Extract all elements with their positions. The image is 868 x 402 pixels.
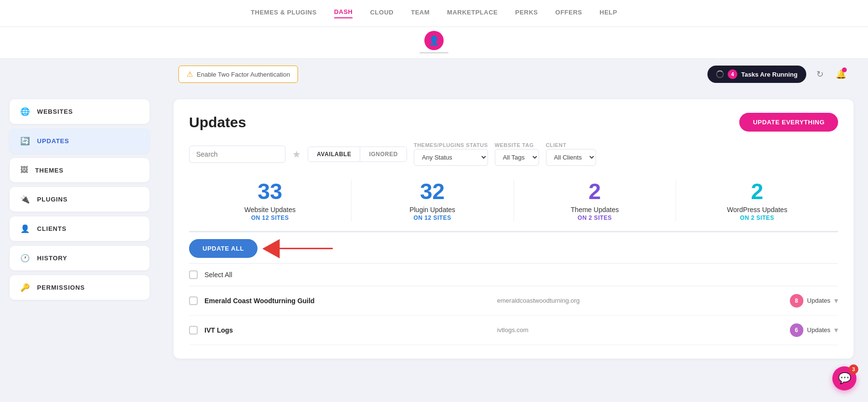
arrow-line <box>275 248 333 249</box>
avatar[interactable]: 👤 <box>424 31 444 50</box>
table-row: IVT Logs ivtlogs.com 6 Updates ▾ <box>189 316 838 345</box>
website-updates-number: 33 <box>189 179 351 204</box>
updates-label-ivt: Updates <box>807 326 830 334</box>
badge-number-ivt: 6 <box>790 323 803 337</box>
stat-plugin-updates: 32 Plugin Updates ON 12 SITES <box>352 179 514 221</box>
select-all-checkbox[interactable] <box>189 270 198 279</box>
sidebar-item-history-label: HISTORY <box>37 255 68 262</box>
sidebar-item-themes-label: THEMES <box>35 167 64 174</box>
auth-warning-text: Enable Two Factor Authentication <box>197 71 290 78</box>
sidebar-item-updates[interactable]: 🔄 UPDATES <box>10 129 149 153</box>
plugin-updates-number: 32 <box>352 179 514 204</box>
avatar-line <box>420 52 448 54</box>
refresh-button[interactable]: ↻ <box>812 67 827 82</box>
site-checkbox-emerald[interactable] <box>189 296 198 305</box>
nav-themes-plugins[interactable]: THEMES & PLUGINS <box>251 9 317 18</box>
tag-filter-group: WEBSITE TAG All Tags <box>495 142 539 166</box>
tab-available[interactable]: AVAILABLE <box>308 147 360 161</box>
nav-links: THEMES & PLUGINS DASH CLOUD TEAM MARKETP… <box>251 8 617 18</box>
arrow-annotation <box>262 239 333 258</box>
select-all-row: Select All <box>189 264 838 286</box>
chat-bubble[interactable]: 💬 3 <box>832 366 856 390</box>
tasks-count-badge: 4 <box>728 69 737 79</box>
update-all-button[interactable]: UPDATE ALL <box>189 239 258 258</box>
available-ignored-tabs: AVAILABLE IGNORED <box>308 147 407 162</box>
client-filter-select[interactable]: All Clients <box>546 149 596 166</box>
nav-marketplace[interactable]: MARKETPLACE <box>447 9 498 18</box>
nav-dash[interactable]: DASH <box>334 8 353 18</box>
website-updates-label: Website Updates <box>189 206 351 214</box>
sidebar-item-clients[interactable]: 👤 CLIENTS <box>10 216 149 241</box>
spinner-icon <box>716 70 724 78</box>
sidebar-item-permissions[interactable]: 🔑 PERMISSIONS <box>10 275 149 300</box>
nav-cloud[interactable]: CLOUD <box>370 9 393 18</box>
updates-badge-emerald: 8 Updates ▾ <box>790 294 838 308</box>
plugins-icon: 🔌 <box>20 195 30 204</box>
status-filter-label: THEMES/PLUGINS STATUS <box>414 142 488 148</box>
search-input[interactable] <box>189 146 285 163</box>
warning-icon: ⚠ <box>187 70 193 79</box>
tag-filter-label: WEBSITE TAG <box>495 142 539 148</box>
themes-icon: 🖼 <box>20 166 28 174</box>
tasks-label: Tasks Are Running <box>741 71 798 78</box>
site-name-emerald: Emerald Coast Woodturning Guild <box>204 297 490 305</box>
action-row: UPDATE ALL <box>189 232 838 264</box>
clients-icon: 👤 <box>20 224 30 233</box>
status-filter-group: THEMES/PLUGINS STATUS Any Status <box>414 142 488 166</box>
header-area: 👤 <box>0 27 868 59</box>
updates-header: Updates UPDATE EVERYTHING <box>189 113 838 132</box>
main-content: Updates UPDATE EVERYTHING ★ AVAILABLE IG… <box>159 90 868 402</box>
sidebar-item-plugins-label: PLUGINS <box>37 196 68 203</box>
client-filter-label: CLIENT <box>546 142 596 148</box>
badge-number-emerald: 8 <box>790 294 803 308</box>
sidebar-item-permissions-label: PERMISSIONS <box>37 284 85 291</box>
site-url-emerald: emeraldcoastwoodturning.org <box>497 297 783 304</box>
refresh-icon: ↻ <box>816 69 824 80</box>
globe-icon: 🌐 <box>20 107 30 116</box>
filter-row: ★ AVAILABLE IGNORED THEMES/PLUGINS STATU… <box>189 142 838 166</box>
sidebar-item-history[interactable]: 🕐 HISTORY <box>10 246 149 270</box>
auth-warning-button[interactable]: ⚠ Enable Two Factor Authentication <box>178 66 298 83</box>
status-filter-select[interactable]: Any Status <box>414 149 488 166</box>
plugin-updates-label: Plugin Updates <box>352 206 514 214</box>
expand-icon-emerald[interactable]: ▾ <box>834 296 838 305</box>
theme-updates-label: Theme Updates <box>514 206 676 214</box>
nav-help[interactable]: HELP <box>599 9 617 18</box>
tasks-running-button[interactable]: 4 Tasks Are Running <box>707 66 806 83</box>
nav-offers[interactable]: OFFERS <box>556 9 583 18</box>
table-row: Emerald Coast Woodturning Guild emeraldc… <box>189 286 838 316</box>
website-updates-sub: ON 12 SITES <box>189 214 351 221</box>
sidebar-item-websites[interactable]: 🌐 WEBSITES <box>10 99 149 124</box>
plugin-updates-sub: ON 12 SITES <box>352 214 514 221</box>
tag-filter-select[interactable]: All Tags <box>495 149 539 166</box>
stat-wordpress-updates: 2 WordPress Updates ON 2 SITES <box>676 179 838 221</box>
top-navigation: THEMES & PLUGINS DASH CLOUD TEAM MARKETP… <box>0 0 868 27</box>
theme-updates-number: 2 <box>514 179 676 204</box>
theme-updates-sub: ON 2 SITES <box>514 214 676 221</box>
updates-title: Updates <box>189 114 246 131</box>
site-checkbox-ivt[interactable] <box>189 326 198 335</box>
history-icon: 🕐 <box>20 254 30 263</box>
updates-badge-ivt: 6 Updates ▾ <box>790 323 838 337</box>
sidebar-item-themes[interactable]: 🖼 THEMES <box>10 158 149 182</box>
sidebar-item-updates-label: UPDATES <box>37 137 69 145</box>
chat-notification-badge: 3 <box>849 364 858 374</box>
stats-row: 33 Website Updates ON 12 SITES 32 Plugin… <box>189 179 838 232</box>
wordpress-updates-sub: ON 2 SITES <box>676 214 838 221</box>
client-filter-group: CLIENT All Clients <box>546 142 596 166</box>
sidebar-item-plugins[interactable]: 🔌 PLUGINS <box>10 187 149 212</box>
nav-team[interactable]: TEAM <box>411 9 430 18</box>
notifications-button[interactable]: 🔔 <box>833 67 849 82</box>
update-everything-button[interactable]: UPDATE EVERYTHING <box>739 113 838 132</box>
chat-icon: 💬 <box>838 372 851 385</box>
stat-website-updates: 33 Website Updates ON 12 SITES <box>189 179 352 221</box>
nav-perks[interactable]: PERKS <box>515 9 538 18</box>
wordpress-updates-label: WordPress Updates <box>676 206 838 214</box>
notification-dot <box>842 67 847 72</box>
star-icon[interactable]: ★ <box>292 148 301 160</box>
tasks-running-area: 4 Tasks Are Running ↻ 🔔 <box>707 66 849 83</box>
tab-ignored[interactable]: IGNORED <box>360 147 407 161</box>
stat-theme-updates: 2 Theme Updates ON 2 SITES <box>514 179 677 221</box>
expand-icon-ivt[interactable]: ▾ <box>834 325 838 335</box>
updates-card: Updates UPDATE EVERYTHING ★ AVAILABLE IG… <box>174 99 854 359</box>
